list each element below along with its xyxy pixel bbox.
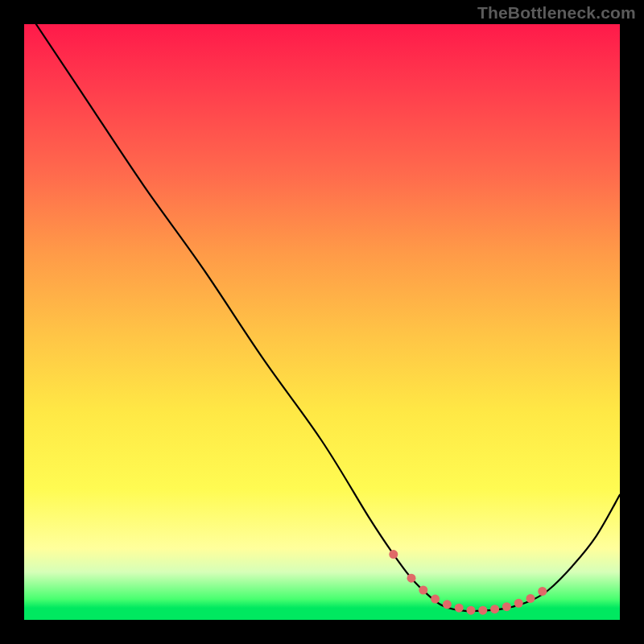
highlight-dot	[538, 587, 547, 596]
highlight-dot	[467, 606, 476, 615]
highlight-dot	[419, 586, 427, 595]
highlight-dot	[526, 594, 535, 603]
chart-frame: TheBottleneck.com	[0, 0, 644, 644]
watermark-text: TheBottleneck.com	[477, 3, 636, 23]
highlight-dot	[514, 599, 523, 608]
highlight-dot	[502, 602, 511, 611]
highlight-dot	[431, 595, 440, 604]
highlight-dot	[490, 605, 499, 613]
highlight-dot	[455, 604, 464, 613]
plot-area	[24, 24, 620, 620]
highlight-dots-group	[389, 550, 547, 615]
bottleneck-curve-path	[36, 24, 620, 611]
highlight-dot	[389, 550, 398, 559]
chart-svg	[24, 24, 620, 620]
highlight-dot	[443, 600, 452, 609]
highlight-dot	[478, 606, 487, 615]
highlight-dot	[407, 574, 416, 583]
